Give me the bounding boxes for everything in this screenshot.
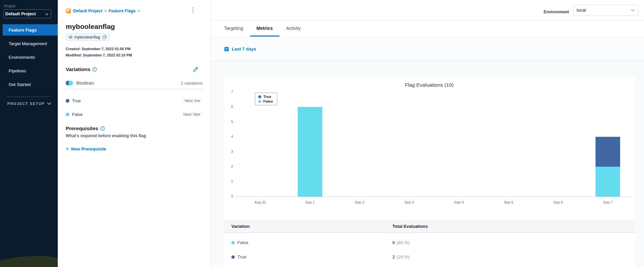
copy-icon[interactable] [103, 35, 107, 39]
variation-row-false: FalseValue: false [66, 108, 203, 121]
flag-options-menu-icon[interactable]: ⋮ [190, 7, 196, 13]
x-axis-label: Sep 3 [389, 200, 429, 204]
breadcrumb-separator: > [104, 9, 107, 13]
table-row-false[interactable]: False8(80.%) [224, 235, 635, 250]
project-label: Project [4, 4, 15, 8]
variation-false: False [66, 112, 83, 117]
project-name: Default Project [5, 11, 36, 16]
false-variation-dot [231, 241, 235, 244]
flag-created: Created: September 7, 2022 01:56 PM [66, 47, 130, 51]
edit-variations-icon[interactable] [193, 67, 198, 72]
info-icon[interactable] [100, 126, 105, 131]
x-axis-label: Sep 2 [340, 200, 379, 204]
flag-title: mybooleanflag [66, 23, 115, 31]
prerequisites-heading-text: Prerequisites [66, 126, 98, 132]
flag-detail-panel: Default Project > Feature Flags > ⋮ mybo… [58, 0, 211, 267]
table-row-true[interactable]: True2(20.%) [224, 250, 635, 264]
total-count: 8 [392, 240, 395, 245]
variation-true: True [66, 98, 81, 103]
bar-false-sep-1[interactable] [298, 107, 322, 197]
y-axis-tick: 1 [225, 179, 233, 183]
y-axis-tick: 5 [225, 120, 233, 124]
new-prerequisite-label: New Prerequisite [71, 146, 106, 151]
flag-evaluations-card: Flag Evaluations (10) TrueFalse 01234567… [224, 77, 635, 267]
feature-flag-icon [66, 8, 71, 14]
y-axis-tick: 4 [225, 134, 233, 138]
sidebar-item-pipelines[interactable]: Pipelines [0, 64, 58, 78]
x-axis-label: Sep 7 [588, 200, 628, 204]
decorative-shape [0, 253, 58, 267]
x-axis-label: Aug 31 [240, 200, 280, 204]
legend-dot-false [258, 100, 261, 103]
app-root: Project Default Project » Feature FlagsT… [0, 0, 644, 267]
variation-row-true: TrueValue: true [66, 94, 203, 107]
variation-value-chip: Value: true [182, 98, 203, 104]
breadcrumb-separator: > [138, 9, 140, 13]
y-axis-tick: 6 [225, 105, 233, 109]
tab-metrics[interactable]: Metrics [250, 21, 280, 37]
y-axis-tick: 7 [225, 90, 233, 94]
tab-targeting[interactable]: Targeting [217, 21, 250, 37]
flag-type-label: Boolean [76, 80, 94, 86]
flag-id-chip[interactable]: Id: mybooleanflag [66, 33, 110, 41]
evaluations-table-header: Variation Total Evaluations [224, 220, 635, 233]
x-axis-line [236, 197, 631, 197]
chevron-down-icon [47, 102, 51, 105]
bar-true-sep-7[interactable] [596, 137, 620, 167]
variation-name: False [72, 112, 83, 117]
cell-variation: False [231, 235, 248, 250]
legend-label: True [263, 95, 271, 99]
cell-total-evaluations: 2(20.%) [392, 250, 410, 264]
info-icon[interactable] [92, 67, 97, 72]
column-header-variation: Variation [231, 220, 250, 233]
legend-item-false: False [258, 99, 273, 103]
date-range-picker[interactable]: Last 7 days [232, 46, 256, 51]
sidebar-divider [7, 97, 50, 97]
total-count: 2 [392, 254, 395, 259]
total-percent: (20.%) [397, 254, 410, 259]
new-prerequisite-button[interactable]: + New Prerequisite [66, 146, 106, 151]
cell-variation: True [231, 250, 246, 264]
true-variation-dot [231, 255, 235, 259]
variations-divider [66, 89, 203, 89]
true-variation-dot [66, 99, 69, 103]
variation-count: 2 variations [181, 81, 203, 86]
variation-name: True [72, 98, 81, 103]
x-axis-label: Sep 6 [538, 200, 578, 204]
main-panel: Environment local TargetingMetricsActivi… [211, 0, 644, 267]
x-axis-label: Sep 4 [439, 200, 479, 204]
breadcrumb-link-project[interactable]: Default Project [73, 9, 102, 13]
sidebar-item-feature-flags[interactable]: Feature Flags [3, 24, 58, 36]
bar-false-sep-7[interactable] [596, 167, 620, 197]
sidebar-item-project-setup[interactable]: PROJECT SETUP [7, 102, 51, 106]
prerequisites-description: What's required before enabling this fla… [66, 134, 146, 138]
sidebar-nav: Feature FlagsTarget ManagementEnvironmen… [0, 23, 58, 91]
project-selector[interactable]: Default Project » [3, 9, 51, 18]
total-percent: (80.%) [397, 240, 410, 245]
variation-name: False [237, 240, 248, 245]
environment-select[interactable]: local [573, 5, 638, 16]
tab-activity[interactable]: Activity [280, 21, 307, 37]
legend-item-true: True [258, 95, 273, 99]
breadcrumb-link-feature-flags[interactable]: Feature Flags [109, 9, 135, 13]
flag-id-text: Id: mybooleanflag [69, 35, 100, 40]
chevron-down-icon [631, 9, 635, 12]
legend-label: False [263, 99, 273, 103]
metrics-toolbar: Last 7 days [211, 37, 644, 61]
variation-value-chip: Value: false [180, 111, 203, 118]
evaluations-table-body: False8(80.%)True2(20.%) [224, 233, 635, 264]
column-header-total-evaluations: Total Evaluations [392, 220, 428, 233]
chart-legend: TrueFalse [255, 93, 277, 105]
variations-heading-text: Variations [66, 66, 90, 72]
sidebar-item-target-management[interactable]: Target Management [0, 37, 58, 50]
tab-bar: TargetingMetricsActivity [217, 21, 307, 37]
sidebar-item-get-started[interactable]: Get Started [0, 78, 58, 91]
false-variation-dot [66, 113, 69, 116]
breadcrumb: Default Project > Feature Flags > [66, 8, 140, 14]
x-axis-label: Sep 1 [290, 200, 330, 204]
variation-name: True [237, 254, 246, 259]
false-color-circle [68, 81, 73, 85]
sidebar-item-environments[interactable]: Environments [0, 50, 58, 64]
plus-icon: + [66, 146, 69, 151]
y-axis-tick: 3 [225, 149, 233, 153]
